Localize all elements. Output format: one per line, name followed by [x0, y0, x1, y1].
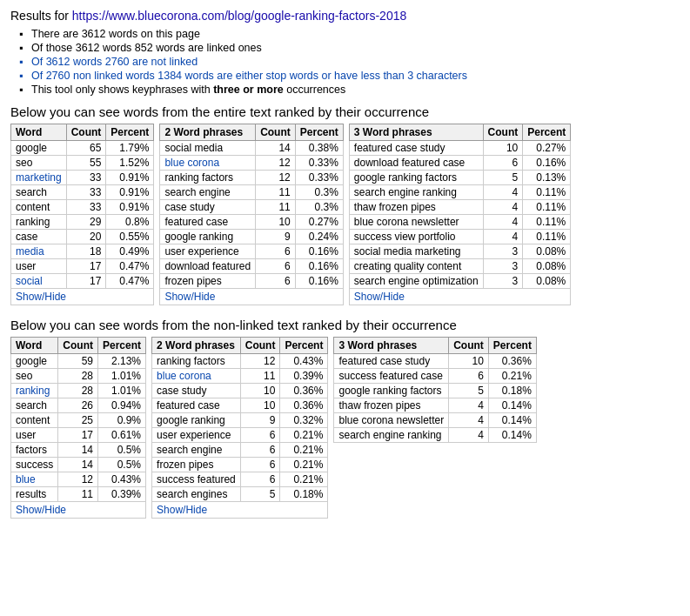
count: 6 — [240, 458, 280, 472]
percent: 0.08% — [523, 244, 571, 259]
bullet-4: Of 2760 non linked words 1384 words are … — [19, 70, 680, 82]
percent: 0.27% — [295, 215, 343, 230]
count: 65 — [66, 141, 106, 156]
table-row: success featured60.21% — [152, 472, 328, 487]
percent: 0.18% — [488, 384, 536, 398]
count: 3 — [483, 259, 523, 274]
results-url[interactable]: https://www.bluecorona.com/blog/google-r… — [72, 9, 406, 23]
phrase: user experience — [160, 244, 256, 259]
count: 6 — [483, 156, 523, 171]
phrase: google ranking — [160, 230, 256, 244]
phrase: success featured case — [334, 369, 449, 384]
count: 4 — [483, 230, 523, 244]
count: 4 — [483, 200, 523, 215]
count: 12 — [240, 354, 280, 369]
word: social — [11, 274, 67, 289]
count: 6 — [449, 369, 489, 384]
col-percent-1: Percent — [106, 124, 154, 141]
percent: 0.8% — [106, 215, 154, 230]
show-hide-s1-t3[interactable]: Show/Hide — [349, 289, 571, 305]
percent: 0.11% — [523, 215, 571, 230]
word: seo — [11, 369, 58, 384]
phrase: success view portfolio — [349, 230, 483, 244]
section1: Below you can see words from the entire … — [10, 104, 680, 305]
phrase: search engine optimization — [349, 274, 483, 289]
bullet-3: Of 3612 words 2760 are not linked — [19, 56, 680, 68]
percent: 0.27% — [523, 141, 571, 156]
section2-tables: Word Count Percent google592.13% seo281.… — [10, 337, 680, 519]
show-hide-s1-t2[interactable]: Show/Hide — [159, 289, 343, 305]
table-row: frozen pipes60.16% — [160, 274, 343, 289]
word: search — [11, 398, 58, 413]
count: 6 — [240, 443, 280, 458]
percent: 0.5% — [98, 443, 146, 458]
word: marketing — [11, 171, 67, 185]
word: results — [11, 487, 58, 502]
bullet-1: There are 3612 words on this page — [19, 28, 680, 40]
percent: 1.01% — [98, 384, 146, 398]
percent: 0.11% — [523, 230, 571, 244]
percent: 0.21% — [280, 458, 328, 472]
table-row: case study110.3% — [160, 200, 343, 215]
table-row: social media140.38% — [160, 141, 343, 156]
table-row: download featured case60.16% — [349, 156, 570, 171]
count: 3 — [483, 274, 523, 289]
phrase: blue corona newsletter — [334, 413, 449, 428]
table-row: ranking281.01% — [11, 384, 146, 398]
percent: 0.08% — [523, 259, 571, 274]
phrase: google ranking factors — [349, 171, 483, 185]
count: 5 — [483, 171, 523, 185]
table-row: thaw frozen pipes40.14% — [334, 398, 536, 413]
table-row: ranking factors120.33% — [160, 171, 343, 185]
show-hide-s2-t2[interactable]: Show/Hide — [151, 502, 328, 519]
section2-3word-table: 3 Word phrases Count Percent featured ca… — [333, 337, 536, 443]
table-row: search engine60.21% — [152, 443, 328, 458]
percent: 0.43% — [98, 472, 146, 487]
col-percent-3: Percent — [523, 124, 571, 141]
percent: 0.36% — [488, 354, 536, 369]
table-row: blue corona110.39% — [152, 369, 328, 384]
count: 9 — [240, 413, 280, 428]
percent: 0.39% — [280, 369, 328, 384]
count: 5 — [240, 487, 280, 502]
col-2word: 2 Word phrases — [160, 124, 256, 141]
phrase: ranking factors — [152, 354, 241, 369]
count: 10 — [240, 384, 280, 398]
phrase: blue corona — [160, 156, 256, 171]
count: 11 — [256, 200, 296, 215]
phrase: download featured — [160, 259, 256, 274]
phrase: featured case — [152, 398, 241, 413]
table-row: blue corona newsletter40.14% — [334, 413, 536, 428]
phrase: download featured case — [349, 156, 483, 171]
phrase: social media — [160, 141, 256, 156]
table-row: google ranking factors50.18% — [334, 384, 536, 398]
percent: 0.61% — [98, 428, 146, 443]
percent: 0.33% — [295, 156, 343, 171]
phrase: search engine ranking — [349, 185, 483, 200]
show-hide-s1-t1[interactable]: Show/Hide — [10, 289, 154, 305]
section1-table3-wrap: 3 Word phrases Count Percent featured ca… — [349, 124, 571, 305]
count: 11 — [256, 185, 296, 200]
count: 33 — [66, 200, 106, 215]
count: 29 — [66, 215, 106, 230]
count: 20 — [66, 230, 106, 244]
count: 4 — [449, 428, 489, 443]
col-word-1: Word — [11, 124, 67, 141]
table-row: user experience60.16% — [160, 244, 343, 259]
word: blue — [11, 472, 58, 487]
table-row: content250.9% — [11, 413, 146, 428]
section1-header: Below you can see words from the entire … — [10, 104, 680, 119]
count: 11 — [58, 487, 98, 502]
count: 12 — [256, 171, 296, 185]
percent: 0.11% — [523, 200, 571, 215]
bullets-list: There are 3612 words on this page Of tho… — [19, 28, 680, 96]
show-hide-s2-t1[interactable]: Show/Hide — [10, 502, 146, 519]
col-3word: 3 Word phrases — [349, 124, 483, 141]
percent: 0.33% — [295, 171, 343, 185]
percent: 1.01% — [98, 369, 146, 384]
percent: 0.21% — [280, 443, 328, 458]
section1-table2-wrap: 2 Word phrases Count Percent social medi… — [159, 124, 343, 305]
phrase: creating quality content — [349, 259, 483, 274]
count: 11 — [240, 369, 280, 384]
percent: 0.39% — [98, 487, 146, 502]
